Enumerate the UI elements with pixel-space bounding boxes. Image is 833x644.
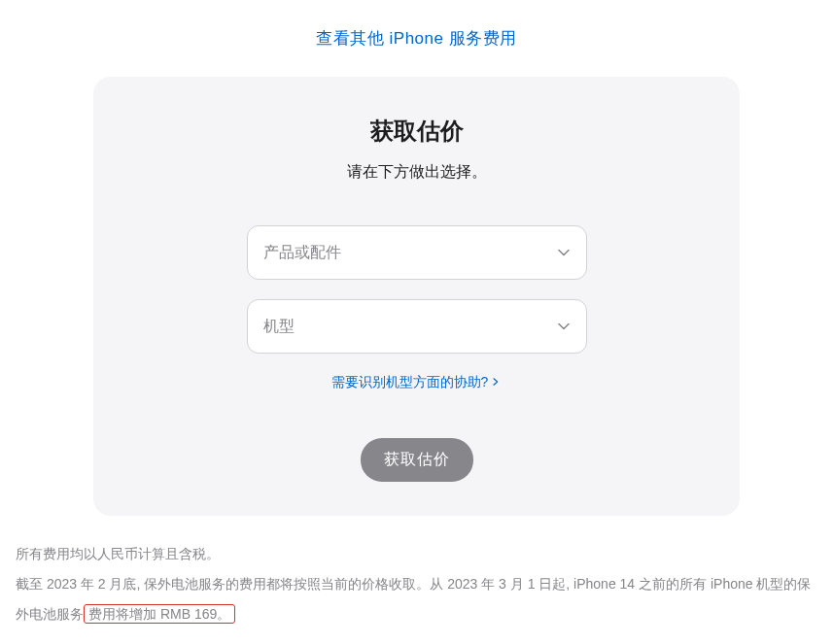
card-subtitle: 请在下方做出选择。 [122,162,711,183]
chevron-right-icon [492,378,502,388]
view-other-iphone-fees-link[interactable]: 查看其他 iPhone 服务费用 [316,29,516,48]
footer-notes: 所有费用均以人民币计算且含税。 截至 2023 年 2 月底, 保外电池服务的费… [0,516,833,628]
chevron-down-icon [557,246,571,259]
help-link-label: 需要识别机型方面的协助? [331,374,489,391]
card-title: 获取估价 [122,116,711,147]
model-select-placeholder: 机型 [263,317,295,337]
footer-line-2: 截至 2023 年 2 月底, 保外电池服务的费用都将按照当前的价格收取。从 2… [16,569,817,629]
chevron-down-icon [557,320,571,333]
product-select-placeholder: 产品或配件 [263,243,341,263]
price-increase-highlight: 费用将增加 RMB 169。 [84,604,235,624]
identify-model-help-link[interactable]: 需要识别机型方面的协助? [331,374,503,391]
estimate-card: 获取估价 请在下方做出选择。 产品或配件 机型 需要识别机型方面的协助? 获取估… [93,77,740,516]
product-select[interactable]: 产品或配件 [247,225,587,280]
model-select[interactable]: 机型 [247,299,587,354]
footer-line-1: 所有费用均以人民币计算且含税。 [16,539,817,569]
get-estimate-button[interactable]: 获取估价 [361,438,473,482]
